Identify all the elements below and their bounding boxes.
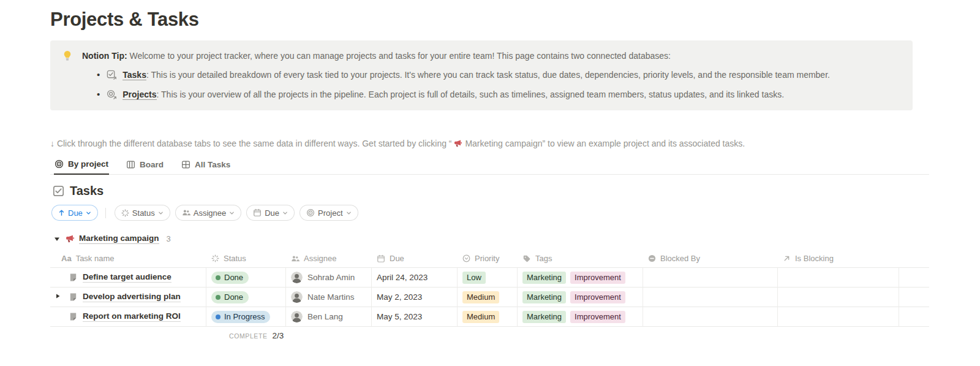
task-name-cell[interactable]: Develop advertising plan <box>50 288 206 307</box>
column-header-assignee[interactable]: Assignee <box>286 250 372 268</box>
target-icon <box>306 208 315 217</box>
priority-chip-medium[interactable]: Medium <box>462 311 499 323</box>
projects-database-link[interactable]: Projects <box>123 90 156 100</box>
bullet-dot: • <box>97 69 100 81</box>
assignee-cell[interactable]: Sohrab Amin <box>286 268 372 288</box>
tags-cell[interactable]: MarketingImprovement <box>518 268 643 288</box>
status-calc-footer[interactable]: COMPLETE 2/3 <box>229 331 929 340</box>
status-cell[interactable]: Done <box>206 288 286 307</box>
column-header-status[interactable]: Status <box>206 250 286 268</box>
database-view-tabs: By project Board All Tasks <box>50 156 929 175</box>
task-name-cell[interactable]: Define target audience <box>50 268 206 288</box>
column-header-priority[interactable]: Priority <box>458 250 518 268</box>
tag-chip-marketing[interactable]: Marketing <box>522 311 566 323</box>
is-blocking-cell[interactable] <box>778 268 899 288</box>
column-header-due[interactable]: Due <box>372 250 458 268</box>
tag-chip-improvement[interactable]: Improvement <box>570 311 625 323</box>
group-name-link[interactable]: Marketing campaign <box>79 234 159 244</box>
status-dot <box>216 315 221 319</box>
task-title-link[interactable]: Develop advertising plan <box>83 292 181 302</box>
due-cell[interactable]: May 5, 2023 <box>372 307 458 327</box>
status-chip-done[interactable]: Done <box>211 291 249 303</box>
megaphone-icon <box>65 234 74 243</box>
status-chip-in-progress[interactable]: In Progress <box>211 311 270 323</box>
due-cell[interactable]: May 2, 2023 <box>372 288 458 307</box>
projects-bullet-text: : This is your overview of all the proje… <box>157 90 785 99</box>
status-cell[interactable]: In Progress <box>206 307 286 327</box>
collapse-triangle-icon[interactable] <box>54 236 60 242</box>
text-type-icon: Aa <box>61 254 72 263</box>
due-date: May 2, 2023 <box>377 292 422 302</box>
priority-chip-low[interactable]: Low <box>462 272 486 284</box>
instruction-text-before: ↓ Click through the different database t… <box>50 139 452 148</box>
priority-cell[interactable]: Low <box>458 268 518 288</box>
page-icon <box>69 312 78 321</box>
tasks-section-title: Tasks <box>70 184 104 198</box>
tasks-database-icon <box>107 70 117 80</box>
callout-intro-text: Welcome to your project tracker, where y… <box>127 51 671 61</box>
blocked-by-cell[interactable] <box>643 307 778 327</box>
projects-database-icon <box>107 90 117 100</box>
chevron-down-icon <box>86 210 91 216</box>
column-header-task-name[interactable]: AaTask name <box>50 250 206 268</box>
page-icon <box>69 292 78 302</box>
avatar <box>291 272 303 283</box>
lightbulb-icon <box>61 50 74 61</box>
filter-assignee-button[interactable]: Assignee <box>175 205 241 221</box>
sort-due-button[interactable]: Due <box>51 205 98 221</box>
blocked-by-cell[interactable] <box>643 288 778 307</box>
status-chip-done[interactable]: Done <box>211 272 249 284</box>
tag-chip-improvement[interactable]: Improvement <box>570 272 625 284</box>
instruction-text: ↓ Click through the different database t… <box>50 139 980 148</box>
task-name-cell[interactable]: Report on marketing ROI <box>50 307 206 327</box>
priority-chip-medium[interactable]: Medium <box>462 291 499 303</box>
callout-intro-label: Notion Tip: <box>82 51 127 61</box>
calendar-icon <box>377 254 385 263</box>
task-row-report-on-marketing-roi[interactable]: Report on marketing ROI In Progress Ben … <box>50 307 929 327</box>
tab-by-project[interactable]: By project <box>54 156 109 175</box>
filter-project-button[interactable]: Project <box>300 205 358 221</box>
column-header-blocked-by[interactable]: Blocked By <box>643 250 778 268</box>
tags-cell[interactable]: MarketingImprovement <box>518 288 643 307</box>
task-row-develop-advertising-plan[interactable]: Develop advertising plan Done Nate Marti… <box>50 288 929 307</box>
chevron-down-icon <box>346 210 352 216</box>
filter-label: Project <box>318 208 342 218</box>
column-header-is-blocking[interactable]: Is Blocking <box>778 250 899 268</box>
blocked-by-cell[interactable] <box>643 268 778 288</box>
page-icon <box>69 273 78 282</box>
calendar-icon <box>253 208 262 217</box>
assignee-name: Sohrab Amin <box>307 273 355 282</box>
select-circle-icon <box>462 254 470 262</box>
assignee-cell[interactable]: Nate Martins <box>286 288 372 307</box>
expand-triangle-icon[interactable] <box>55 293 61 299</box>
task-title-link[interactable]: Define target audience <box>83 272 172 283</box>
tags-cell[interactable]: MarketingImprovement <box>518 307 643 327</box>
tab-label: Board <box>140 160 164 169</box>
filter-due-button[interactable]: Due <box>246 205 295 221</box>
tasks-database-link[interactable]: Tasks <box>123 70 146 80</box>
tag-chip-marketing[interactable]: Marketing <box>522 291 566 303</box>
column-header-tags[interactable]: Tags <box>518 250 643 268</box>
people-icon <box>182 208 190 217</box>
is-blocking-cell[interactable] <box>778 288 899 307</box>
tag-chip-marketing[interactable]: Marketing <box>522 272 566 284</box>
tag-chip-improvement[interactable]: Improvement <box>570 291 625 303</box>
assignee-cell[interactable]: Ben Lang <box>286 307 372 327</box>
tab-board[interactable]: Board <box>126 156 164 174</box>
priority-cell[interactable]: Medium <box>458 288 518 307</box>
board-icon <box>126 160 135 169</box>
due-date: May 5, 2023 <box>377 312 422 321</box>
status-cell[interactable]: Done <box>206 268 286 288</box>
filter-status-button[interactable]: Status <box>115 205 170 221</box>
priority-cell[interactable]: Medium <box>458 307 518 327</box>
calc-label: COMPLETE <box>229 332 268 340</box>
tab-all-tasks[interactable]: All Tasks <box>181 156 231 174</box>
is-blocking-cell[interactable] <box>778 307 899 327</box>
status-icon <box>121 209 129 217</box>
due-cell[interactable]: April 24, 2023 <box>372 268 458 288</box>
task-row-define-target-audience[interactable]: Define target audience Done Sohrab Amin … <box>50 268 929 288</box>
filter-label: Status <box>132 208 155 218</box>
avatar <box>291 291 303 303</box>
task-title-link[interactable]: Report on marketing ROI <box>83 311 181 322</box>
notion-page: Projects & Tasks Notion Tip: Welcome to … <box>0 0 980 340</box>
